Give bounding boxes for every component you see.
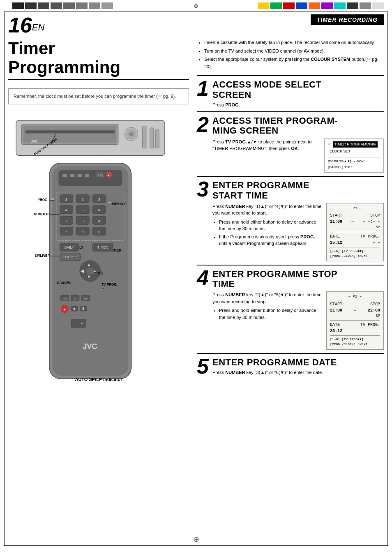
step-2-lcd: ☞ TIMER PROGRAMMING CLOCK SET [TV PROG▲▼… [324, 138, 384, 173]
step-4-lcd-prog: – P1 – [330, 294, 380, 300]
svg-rect-19 [85, 174, 89, 177]
step-1-title: ACCESS MODE SELECTSCREEN [212, 80, 322, 99]
step-3-lcd-values: 21:00 → – –:– – [330, 219, 380, 225]
svg-text:2: 2 [81, 197, 84, 201]
color-seg-dark [347, 2, 358, 9]
step-3-lcd-header-row: START STOP [330, 212, 380, 219]
step-2-section: 2 ACCESS TIMER PROGRAM-MING SCREEN Press… [197, 111, 384, 173]
svg-rect-9 [150, 128, 154, 148]
color-seg-yellow [258, 2, 269, 9]
svg-rect-55 [108, 202, 111, 204]
step-3-text: Press NUMBER key "1(▲)" or "4(▼)" to ent… [212, 203, 323, 261]
color-seg-cyan [334, 2, 346, 9]
svg-text:4: 4 [65, 208, 67, 212]
svg-text:*: * [65, 230, 67, 234]
step-4-body: Press NUMBER key "2(▲)" or "5(▼)" to ent… [212, 291, 384, 350]
step-4-lcd-sep [330, 320, 380, 321]
intro-bullet-1: Insert a cassette with the safety tab in… [204, 39, 384, 46]
svg-text:NUMBER: NUMBER [34, 212, 48, 216]
step-4-lcd-date-row: DATE TV PROG. [330, 322, 380, 328]
step-4-lcd-start-label: START [330, 301, 342, 307]
svg-text:3: 3 [98, 197, 100, 201]
svg-text:CANCEL: CANCEL [57, 281, 71, 285]
step-2-lcd-arrow: ☞ TIMER PROGRAMMING [328, 141, 380, 148]
left-column: TimerProgramming Remember, the clock mus… [8, 39, 189, 542]
step-2-lcd-nav: [TV PROG▲▼] → ⊙OK [CANCEL] :EXIT [328, 157, 380, 170]
step-2-body: Press TV PROG.▲/▼ to place the pointer n… [212, 138, 384, 173]
step-3-body: Press NUMBER key "1(▲)" or "4(▼)" to ent… [212, 203, 384, 261]
step-2-header: 2 ACCESS TIMER PROGRAM-MING SCREEN [197, 114, 384, 136]
svg-text:▷: ▷ [74, 297, 77, 300]
svg-text:TIMER: TIMER [97, 246, 108, 249]
bar-seg [51, 2, 62, 9]
step-3-bullet-1: Press and hold either button to delay or… [219, 219, 323, 232]
svg-text:SP/LP/EP: SP/LP/EP [63, 255, 76, 259]
step-4-lcd-date-vals: 25.12 – – [330, 328, 380, 334]
svg-text:9: 9 [98, 219, 100, 223]
svg-text:JVC: JVC [31, 140, 37, 143]
bar-seg [89, 2, 100, 9]
page-border-left [4, 12, 5, 546]
right-column: Insert a cassette with the safety tab in… [197, 39, 384, 380]
color-seg-gray [360, 2, 371, 9]
svg-text:6: 6 [98, 208, 100, 212]
step-1-header: 1 ACCESS MODE SELECTSCREEN Press PROG. [197, 78, 384, 108]
step-4-lcd-sep2 [330, 335, 380, 336]
step-4-lcd-header-row: START STOP [330, 301, 380, 307]
color-seg-light [372, 2, 384, 9]
svg-text:◁◁: ◁◁ [62, 297, 68, 300]
step-1-number: 1 [197, 78, 209, 99]
step-5-header: 5 ENTER PROGRAMME DATE Press NUMBER key … [197, 355, 384, 377]
svg-text:0: 0 [81, 229, 84, 234]
svg-text:1: 1 [65, 197, 67, 201]
svg-text:WEEKLY: WEEKLY [112, 202, 126, 206]
svg-text:▼: ▼ [87, 274, 91, 279]
step-4-lcd-start-val: 21:00 [330, 307, 342, 314]
remote-svg: JVC AUTO SP/LP TIMER [12, 113, 168, 392]
step-3-section: 3 ENTER PROGRAMMESTART TIME Press NUMBER… [197, 176, 384, 261]
bar-seg [63, 2, 75, 9]
svg-rect-49 [51, 199, 54, 201]
step-3-lcd-sp: SP [330, 225, 380, 231]
step-4-lcd-tvprog-label: TV PROG. [360, 322, 380, 328]
step-4-lcd: – P1 – START STOP 21:00 → 22:00 SP DATE … [326, 291, 384, 350]
svg-text:SP/LP/EP: SP/LP/EP [35, 254, 50, 258]
svg-text:■: ■ [73, 307, 75, 311]
step-4-lcd-date-val: 25.12 [330, 328, 342, 334]
svg-text:5: 5 [81, 208, 84, 212]
step-2-lcd-item2: CLOCK SET [328, 148, 380, 155]
step-4-text: Press NUMBER key "2(▲)" or "5(▼)" to ent… [212, 291, 323, 350]
bar-seg [12, 2, 24, 9]
svg-point-72 [86, 267, 94, 275]
svg-rect-3 [25, 130, 115, 133]
step-4-lcd-values: 21:00 → 22:00 [330, 307, 380, 314]
step-4-header: 4 ENTER PROGRAMME STOPTIME [197, 267, 384, 289]
step-3-lcd-arrow: → [351, 219, 354, 225]
svg-text:▲: ▲ [87, 262, 91, 267]
top-bar-crosshair: ⊕ [194, 2, 198, 9]
top-bar-color-segments [258, 2, 384, 9]
bar-seg [101, 2, 113, 9]
svg-text:#: # [98, 230, 100, 234]
step-3-lcd-start-val: 21:00 [330, 219, 342, 225]
svg-point-7 [129, 132, 134, 136]
svg-text:JVC: JVC [83, 342, 97, 351]
svg-text:⏸: ⏸ [81, 307, 85, 311]
svg-text:8: 8 [81, 219, 84, 223]
step-3-lcd-sep2 [330, 247, 380, 247]
step-3-title: ENTER PROGRAMMESTART TIME [212, 180, 309, 200]
color-seg-orange [309, 2, 320, 9]
color-seg-green [270, 2, 282, 9]
step-4-lcd-stop-val: 22:00 [368, 307, 380, 314]
step-4-lcd-stop-label: STOP [370, 301, 380, 307]
note-box: Remember, the clock must be set before y… [8, 88, 189, 104]
svg-text:●: ● [108, 173, 110, 177]
step-3-lcd-stop-label: STOP [370, 212, 380, 219]
step-4-lcd-arrow: → [354, 307, 356, 314]
svg-rect-18 [77, 174, 82, 177]
step-2-text: Press TV PROG.▲/▼ to place the pointer n… [212, 138, 321, 173]
step-2-number: 2 [197, 114, 209, 135]
note-text: Remember, the clock must be set before y… [14, 94, 176, 99]
page-number-area: 16EN [8, 14, 44, 36]
step-1-section: 1 ACCESS MODE SELECTSCREEN Press PROG. [197, 75, 384, 108]
